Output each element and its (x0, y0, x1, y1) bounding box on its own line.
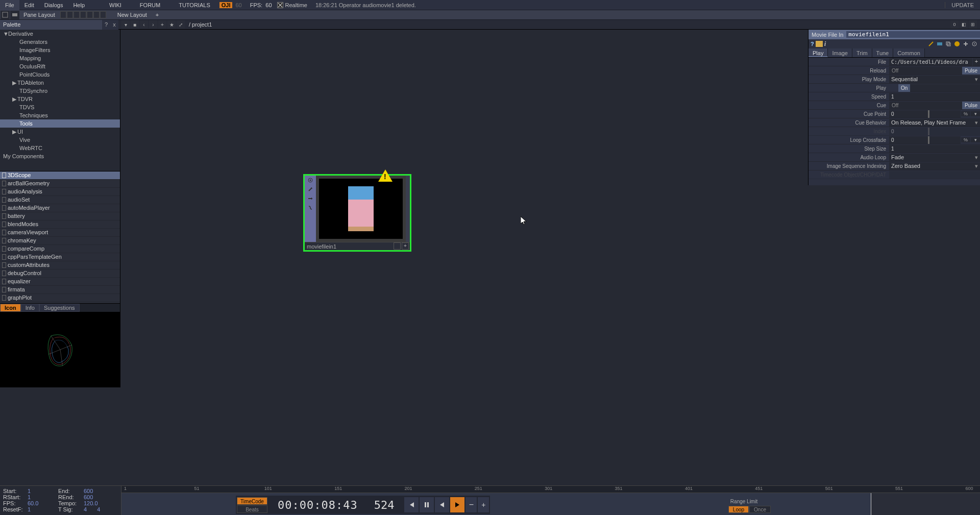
param-info-button[interactable]: i (824, 40, 826, 48)
cue-pulse-button[interactable]: Pulse (962, 102, 980, 109)
palette-tree[interactable]: ▼DerivativeGeneratorsImageFiltersMapping… (0, 30, 120, 171)
play-on-toggle[interactable]: On (898, 84, 910, 92)
tree-item-derivative[interactable]: ▼Derivative (0, 30, 120, 38)
stepsize-slider[interactable] (908, 145, 980, 153)
timecode-mode-button[interactable]: TimeCode (237, 497, 267, 505)
pane-back-button[interactable]: ‹ (140, 20, 148, 29)
pane-type-dropdown[interactable]: ▾ (121, 20, 130, 29)
component-blendModes[interactable]: blendModes (0, 220, 120, 229)
playhead[interactable] (871, 493, 871, 515)
pane-forward-button[interactable]: › (149, 20, 157, 29)
pane-square-icon[interactable]: ■ (131, 20, 139, 29)
timecode-display[interactable]: 00:00:08:43 (272, 499, 364, 511)
menu-wiki-link[interactable]: WIKI (100, 2, 131, 8)
rend-frame[interactable]: 600 (84, 494, 93, 500)
rewind-button[interactable] (404, 497, 419, 512)
param-tab-trim[interactable]: Trim (852, 48, 872, 57)
tab-info[interactable]: Info (21, 304, 39, 312)
node-render-flag[interactable]: + (402, 242, 409, 250)
cuebehavior-dropdown[interactable]: On Release, Play Next Frame▾ (889, 119, 980, 127)
tab-suggestions[interactable]: Suggestions (39, 304, 80, 312)
loopxf-field[interactable]: 0 (889, 136, 908, 144)
step-back-button[interactable]: − (465, 497, 477, 512)
range-limit-label[interactable]: Range Limit (728, 498, 760, 505)
param-tab-image[interactable]: Image (828, 48, 852, 57)
tab-icon[interactable]: Icon (0, 304, 21, 312)
component-customAttributes[interactable]: customAttributes (0, 261, 120, 269)
param-help-button[interactable]: ? (811, 41, 814, 47)
bypass-flag[interactable] (307, 204, 314, 211)
component-compareComp[interactable]: compareComp (0, 245, 120, 253)
beats-mode-button[interactable]: Beats (237, 505, 267, 513)
cuepoint-field[interactable]: 0 (889, 110, 908, 118)
component-chromaKey[interactable]: chromaKey (0, 237, 120, 245)
component-autoMediaPlayer[interactable]: autoMediaPlayer (0, 204, 120, 212)
tsig-den[interactable]: 4 (97, 506, 100, 512)
update-button[interactable]: UPDATE (945, 2, 980, 8)
file-browse-button[interactable]: + (973, 58, 980, 66)
timeline-fps[interactable]: 60.0 (28, 500, 58, 506)
pathbar-right-3[interactable]: ⊞ (969, 20, 977, 29)
tree-item-my-components[interactable]: My Components (0, 152, 120, 160)
param-copy-icon[interactable] (945, 40, 952, 47)
tree-item-generators[interactable]: Generators (0, 38, 120, 46)
loopxf-slider[interactable] (908, 136, 961, 144)
cue-off[interactable]: Off (889, 102, 901, 109)
layout-icon-1[interactable] (1, 11, 10, 19)
pane-bookmark-button[interactable]: ★ (167, 20, 176, 29)
cuepoint-slider[interactable] (908, 110, 961, 118)
menu-file[interactable]: File (0, 0, 19, 10)
component-cameraViewport[interactable]: cameraViewport (0, 229, 120, 237)
tree-item-vive[interactable]: Vive (0, 136, 120, 144)
param-folder-icon[interactable] (816, 41, 823, 47)
end-frame[interactable]: 600 (84, 488, 93, 494)
reload-pulse-button[interactable]: Pulse (962, 67, 980, 75)
imgseq-dropdown[interactable]: Zero Based▾ (889, 162, 980, 170)
palette-help-button[interactable]: ? (102, 20, 110, 29)
tree-item-tdvr[interactable]: ▶TDVR (0, 95, 120, 103)
operator-node-moviefilein1[interactable]: moviefilein1 + (303, 174, 411, 252)
play-forward-button[interactable] (450, 497, 464, 512)
pathbar-right-1[interactable]: 0 (950, 20, 959, 29)
playmode-dropdown[interactable]: Sequential▾ (889, 76, 980, 83)
menu-forum-link[interactable]: FORUM (131, 2, 169, 8)
param-tab-common[interactable]: Common (893, 48, 925, 57)
tree-item-techniques[interactable]: Techniques (0, 111, 120, 119)
new-layout-add-button[interactable]: + (153, 11, 161, 19)
component-equalizer[interactable]: equalizer (0, 278, 120, 286)
stepsize-field[interactable]: 1 (889, 145, 908, 153)
tree-item-tdsynchro[interactable]: TDSynchro (0, 87, 120, 95)
palette-component-list[interactable]: 3DScopearcBallGeometryaudioAnalysisaudio… (0, 171, 120, 304)
file-path-field[interactable]: C:/Users/tedli/Videos/dra (889, 58, 972, 66)
component-audioSet[interactable]: audioSet (0, 196, 120, 204)
component-arcBallGeometry[interactable]: arcBallGeometry (0, 180, 120, 188)
tree-item-mapping[interactable]: Mapping (0, 54, 120, 62)
loop-button[interactable]: Loop (728, 506, 749, 513)
tree-item-tools[interactable]: Tools (0, 119, 120, 128)
param-globe-icon[interactable] (953, 40, 961, 47)
param-language-icon[interactable] (936, 40, 943, 47)
once-button[interactable]: Once (749, 506, 771, 513)
tree-item-ui[interactable]: ▶UI (0, 128, 120, 136)
timeline-ruler[interactable]: 151101151201251301351401451501551600 (121, 486, 980, 493)
reset-frame[interactable]: 1 (28, 506, 58, 512)
tree-item-oculusrift[interactable]: OculusRift (0, 62, 120, 70)
menu-tutorials-link[interactable]: TUTORIALS (169, 2, 219, 8)
reload-off[interactable]: Off (889, 67, 901, 75)
cuepoint-unit[interactable]: % (961, 111, 970, 116)
operator-name-field[interactable]: moviefilein1 (846, 31, 980, 38)
clone-immune-flag[interactable] (307, 186, 314, 193)
lock-flag[interactable] (307, 195, 314, 202)
pane-add-button[interactable]: + (158, 20, 166, 29)
play-reverse-button[interactable] (435, 497, 449, 512)
component-firmata[interactable]: firmata (0, 286, 120, 294)
cue-slider[interactable] (901, 102, 962, 109)
node-display-flag[interactable] (394, 242, 401, 250)
component-audioAnalysis[interactable]: audioAnalysis (0, 188, 120, 196)
param-tab-tune[interactable]: Tune (872, 48, 894, 57)
component-graphPlot[interactable]: graphPlot (0, 294, 120, 302)
pane-layout-presets[interactable] (60, 11, 106, 18)
component-3DScope[interactable]: 3DScope (0, 171, 120, 180)
viewer-active-flag[interactable] (307, 177, 314, 184)
warning-icon[interactable] (378, 169, 393, 182)
